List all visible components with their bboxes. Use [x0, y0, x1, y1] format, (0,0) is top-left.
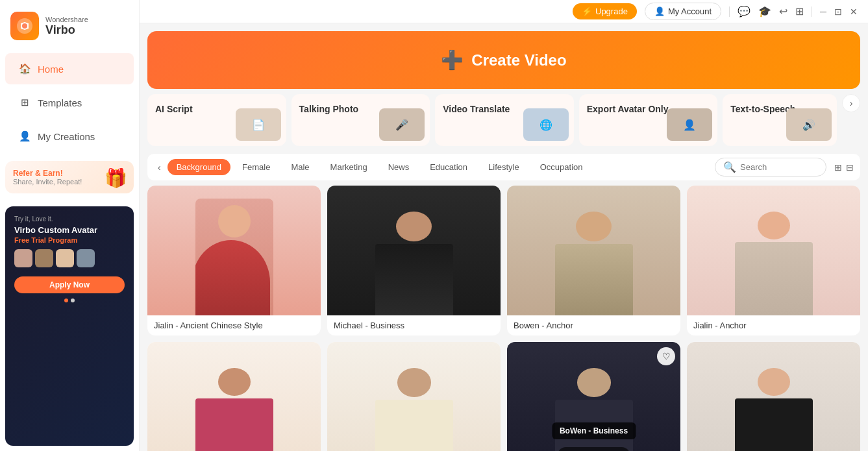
- avatar-card-michael-business[interactable]: Michael - Business: [327, 186, 501, 335]
- create-video-banner[interactable]: ➕ Create Video: [147, 31, 860, 89]
- filter-tag-occupation[interactable]: Occupation: [531, 159, 592, 175]
- upgrade-button[interactable]: ⚡ Upgrade: [573, 3, 637, 19]
- create-video-icon: ➕: [441, 49, 464, 71]
- avatar-img-jialin-anchor: [687, 186, 860, 315]
- avatar-img-michael-business: [327, 186, 501, 315]
- templates-icon: ⊞: [18, 96, 31, 109]
- restore-button[interactable]: ⊡: [834, 6, 842, 17]
- education-icon[interactable]: 🎓: [758, 5, 771, 18]
- logo-brand: Wondershare: [45, 16, 88, 23]
- account-icon: 👤: [654, 6, 665, 16]
- sidebar-item-templates-label: Templates: [38, 97, 82, 108]
- avatar-card-arjun-cultural[interactable]: Arjun - Cultural Ambassador: [327, 342, 501, 451]
- ai-script-img: 📄: [236, 108, 281, 141]
- home-icon: 🏠: [18, 62, 31, 75]
- filter-tag-news[interactable]: News: [379, 159, 419, 175]
- sidebar-item-home[interactable]: 🏠 Home: [5, 53, 134, 84]
- feature-card-text-to-speech[interactable]: Text-to-Speech 🔊: [723, 94, 837, 146]
- export-avatar-img: 👤: [667, 108, 712, 141]
- avatar-card-jialin-anchor[interactable]: Jialin - Anchor: [687, 186, 860, 335]
- view-icon-2[interactable]: ⊟: [846, 162, 854, 173]
- avatar-img-arjun-cultural: [327, 342, 501, 451]
- gift-icon: 🎁: [105, 167, 127, 189]
- avatar-promo-face: [77, 249, 95, 267]
- account-button[interactable]: 👤 My Account: [645, 3, 721, 20]
- create-video-label: Create Video: [471, 51, 566, 69]
- filter-tag-background[interactable]: Background: [167, 159, 230, 175]
- avatar-card-bowen-anchor[interactable]: Bowen - Anchor: [507, 186, 680, 335]
- titlebar: ⚡ Upgrade 👤 My Account 💬 🎓 ↩ ⊞ ─ ⊡ ✕: [140, 0, 868, 23]
- avatar-card-amara-traditional[interactable]: Amara - Traditional: [147, 342, 321, 451]
- logo-text: Wondershare Virbo: [45, 16, 88, 37]
- text-to-speech-img: 🔊: [786, 108, 832, 141]
- avatar-promo-face: [35, 249, 53, 267]
- avatar-promo-title: Virbo Custom Avatar: [14, 225, 125, 235]
- refer-promo-banner[interactable]: Refer & Earn! Share, Invite, Repeat! 🎁: [5, 161, 134, 193]
- creations-icon: 👤: [18, 130, 31, 143]
- filter-back-button[interactable]: ‹: [154, 160, 165, 175]
- dot-1: [64, 299, 68, 302]
- svg-point-1: [22, 23, 27, 29]
- avatar-promo-try: Try it, Love it.: [14, 215, 125, 223]
- titlebar-separator2: [812, 6, 812, 17]
- sidebar-item-home-label: Home: [38, 64, 64, 75]
- history-icon[interactable]: ↩: [779, 5, 787, 18]
- feature-cards: AI Script 📄 Talking Photo 🎤 Video Transl…: [147, 94, 860, 146]
- avatar-img-bowen-anchor: [507, 186, 680, 315]
- talking-photo-img: 🎤: [379, 108, 425, 141]
- feature-card-export-avatar[interactable]: Export Avatar Only 👤: [579, 94, 718, 146]
- features-next-button[interactable]: ›: [842, 94, 860, 112]
- sidebar: Wondershare Virbo 🏠 Home ⊞ Templates 👤 M…: [0, 0, 140, 451]
- filter-bar: ‹ Background Female Male Marketing News …: [147, 154, 860, 180]
- avatar-img-jialin-ancient: [147, 186, 321, 315]
- avatar-promo-faces: [14, 249, 125, 267]
- filter-tag-lifestyle[interactable]: Lifestyle: [479, 159, 528, 175]
- titlebar-separator: [729, 6, 730, 17]
- filter-tag-male[interactable]: Male: [282, 159, 318, 175]
- filter-search: 🔍: [715, 158, 826, 177]
- feature-card-video-translate[interactable]: Video Translate 🌐: [435, 94, 574, 146]
- avatar-img-amara-traditional: [147, 342, 321, 451]
- apply-now-button[interactable]: Apply Now: [14, 276, 125, 293]
- avatar-promo-banner: Try it, Love it. Virbo Custom Avatar Fre…: [5, 206, 134, 446]
- avatar-tooltip-bowen-business: BoWen - Business: [552, 422, 636, 439]
- promo-dots: [14, 299, 125, 302]
- main-content: ⚡ Upgrade 👤 My Account 💬 🎓 ↩ ⊞ ─ ⊡ ✕ ➕ C…: [140, 0, 868, 451]
- feature-card-talking-photo[interactable]: Talking Photo 🎤: [291, 94, 430, 146]
- filter-tag-education[interactable]: Education: [421, 159, 477, 175]
- avatar-name-jialin-anchor: Jialin - Anchor: [687, 315, 860, 335]
- logo-product: Virbo: [45, 23, 88, 37]
- avatar-card-jialin-ancient[interactable]: Jialin - Ancient Chinese Style: [147, 186, 321, 335]
- avatar-card-chloe-sales[interactable]: Chloe-Sales: [687, 342, 860, 451]
- avatar-promo-face: [14, 249, 32, 267]
- filter-tag-female[interactable]: Female: [233, 159, 279, 175]
- search-icon: 🔍: [723, 161, 736, 173]
- grid-icon[interactable]: ⊞: [795, 5, 804, 18]
- avatar-name-jialin-ancient: Jialin - Ancient Chinese Style: [147, 315, 321, 335]
- avatar-heart-bowen-business[interactable]: ♡: [657, 347, 675, 365]
- close-button[interactable]: ✕: [850, 6, 858, 17]
- chat-icon[interactable]: 💬: [738, 5, 750, 18]
- filter-tag-marketing[interactable]: Marketing: [321, 159, 377, 175]
- sidebar-item-templates[interactable]: ⊞ Templates: [5, 87, 134, 118]
- avatar-promo-face: [56, 249, 74, 267]
- avatar-name-michael-business: Michael - Business: [327, 315, 501, 335]
- filter-view-icons: ⊞ ⊟: [834, 162, 854, 173]
- sidebar-item-creations-label: My Creations: [38, 131, 95, 142]
- upgrade-label: Upgrade: [595, 6, 628, 16]
- logo-area: Wondershare Virbo: [0, 0, 139, 52]
- search-input[interactable]: [740, 162, 818, 172]
- avatar-name-bowen-anchor: Bowen - Anchor: [507, 315, 680, 335]
- dot-2: [71, 299, 75, 302]
- avatar-card-bowen-business[interactable]: ♡ BoWen - Business + Create Video BoWen …: [507, 342, 680, 451]
- feature-card-ai-script[interactable]: AI Script 📄: [147, 94, 286, 146]
- app-logo-icon: [10, 12, 39, 40]
- avatar-img-bowen-business: ♡ BoWen - Business + Create Video: [507, 342, 680, 451]
- avatar-promo-subtitle: Free Trial Program: [14, 236, 125, 244]
- account-label: My Account: [668, 6, 712, 16]
- view-icon-1[interactable]: ⊞: [834, 162, 842, 173]
- minimize-button[interactable]: ─: [820, 6, 826, 17]
- sidebar-item-my-creations[interactable]: 👤 My Creations: [5, 121, 134, 152]
- avatar-create-video-button[interactable]: + Create Video: [557, 447, 630, 451]
- titlebar-icons: 💬 🎓 ↩ ⊞: [738, 5, 804, 18]
